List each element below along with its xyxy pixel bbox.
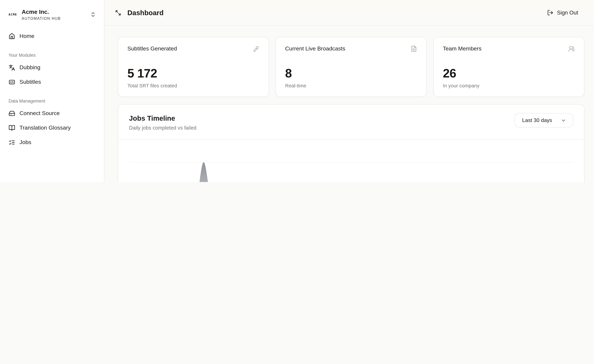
sidebar-item-connect-source[interactable]: Connect Source — [5, 106, 99, 121]
org-switcher[interactable]: ACME Acme Inc. AUTOMATION HUB — [0, 0, 104, 26]
sidebar-item-label: Dubbing — [20, 64, 40, 71]
sidebar-item-translation-glossary[interactable]: Translation Glossary — [5, 121, 99, 135]
jobs-timeline-title: Jobs Timeline — [129, 114, 573, 122]
main-area: Dashboard Sign Out Subtitles Generated 5… — [104, 0, 594, 182]
date-range-value: Last 30 days — [522, 117, 552, 123]
stat-cards: Subtitles Generated 5 172 Total SRT file… — [118, 37, 584, 97]
stat-card-subtitles-generated: Subtitles Generated 5 172 Total SRT file… — [118, 37, 269, 97]
area-chart: Jan 4Jan 6Jan 8Jan 11Jan 14Jan 17Jan 20J… — [118, 140, 584, 182]
stat-title: Team Members — [443, 46, 481, 52]
company-logo: ACME — [9, 13, 17, 16]
file-text-icon — [411, 46, 417, 52]
section-label-your-modules: Your Modules — [5, 53, 99, 58]
stat-value: 26 — [443, 66, 575, 80]
area-chart-series — [129, 142, 573, 182]
sidebar-item-label: Home — [20, 33, 34, 40]
stat-card-live-broadcasts: Current Live Broadcasts 8 Real-time — [276, 37, 427, 97]
sidebar-item-label: Jobs — [20, 139, 31, 146]
list-checks-icon — [9, 139, 15, 146]
expand-diagonal-icon[interactable] — [115, 9, 122, 16]
app-root: ACME Acme Inc. AUTOMATION HUB Home Your … — [0, 0, 594, 182]
stat-caption: Real-time — [285, 83, 417, 88]
chevrons-up-down-icon[interactable] — [90, 12, 96, 18]
sidebar-item-label: Subtitles — [20, 79, 41, 85]
hard-drive-icon — [9, 110, 15, 117]
sign-out-button[interactable]: Sign Out — [545, 9, 580, 16]
page-title: Dashboard — [127, 9, 163, 17]
jobs-timeline-header: Jobs Timeline Daily jobs completed vs fa… — [118, 105, 584, 140]
top-bar: Dashboard Sign Out — [104, 0, 594, 26]
captions-icon — [9, 79, 15, 85]
company-subtitle: AUTOMATION HUB — [22, 16, 86, 20]
sidebar-nav: Home Your Modules Dubbing Subtitles Data… — [0, 26, 104, 150]
chevron-down-icon — [561, 118, 566, 123]
mic-icon — [253, 46, 259, 52]
sidebar-item-subtitles[interactable]: Subtitles — [5, 75, 99, 89]
section-label-data-management: Data Management — [5, 99, 99, 104]
sidebar: ACME Acme Inc. AUTOMATION HUB Home Your … — [0, 0, 104, 182]
stat-caption: Total SRT files created — [127, 83, 259, 88]
sidebar-item-home[interactable]: Home — [5, 29, 99, 44]
stat-title: Current Live Broadcasts — [285, 46, 345, 52]
stat-card-team-members: Team Members 26 In your company — [433, 37, 584, 97]
jobs-timeline-subtitle: Daily jobs completed vs failed — [129, 125, 573, 131]
date-range-select[interactable]: Last 30 days — [515, 113, 573, 128]
users-icon — [568, 46, 575, 52]
log-out-icon — [547, 10, 554, 16]
company-info: Acme Inc. AUTOMATION HUB — [22, 9, 86, 20]
sidebar-item-label: Translation Glossary — [20, 125, 71, 131]
sign-out-label: Sign Out — [557, 10, 578, 16]
dashboard-content: Subtitles Generated 5 172 Total SRT file… — [104, 26, 594, 182]
stat-value: 8 — [285, 66, 417, 80]
company-name: Acme Inc. — [22, 9, 86, 16]
area-chart-plot — [129, 142, 573, 182]
stat-title: Subtitles Generated — [127, 46, 177, 52]
sidebar-item-dubbing[interactable]: Dubbing — [5, 60, 99, 75]
sidebar-item-jobs[interactable]: Jobs — [5, 135, 99, 150]
jobs-timeline-panel: Jobs Timeline Daily jobs completed vs fa… — [118, 104, 584, 182]
stat-caption: In your company — [443, 83, 575, 88]
home-icon — [9, 33, 15, 40]
languages-icon — [9, 64, 15, 71]
sidebar-item-label: Connect Source — [20, 110, 60, 117]
stat-value: 5 172 — [127, 66, 259, 80]
book-open-icon — [9, 125, 15, 131]
sidebar-spacer — [0, 150, 104, 182]
